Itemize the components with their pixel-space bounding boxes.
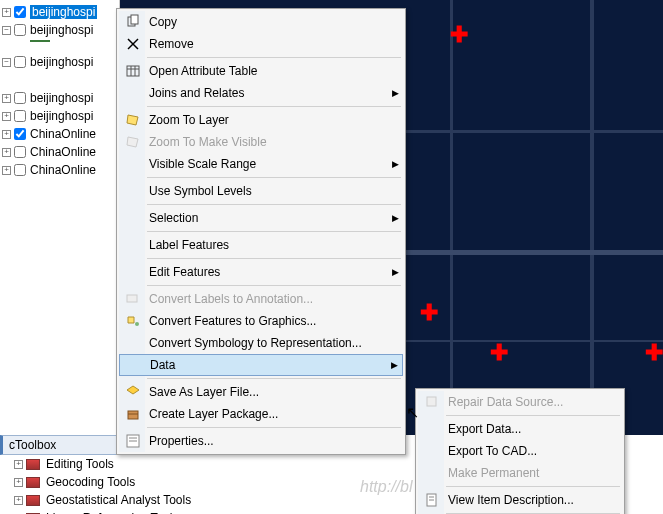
svg-marker-9 — [127, 137, 138, 147]
layer-checkbox[interactable] — [14, 6, 26, 18]
toolbox-label: Geocoding Tools — [46, 475, 135, 489]
expand-icon[interactable]: − — [2, 26, 11, 35]
expand-icon[interactable]: + — [14, 460, 23, 469]
menu-separator — [147, 204, 401, 205]
layer-checkbox[interactable] — [14, 24, 26, 36]
repair-icon — [420, 392, 444, 412]
menu-label: View Item Description... — [444, 493, 622, 507]
menu-selection[interactable]: Selection▶ — [119, 207, 403, 229]
layer-checkbox[interactable] — [14, 164, 26, 176]
layer-row[interactable]: +beijinghospi — [0, 4, 119, 20]
toolbox-item[interactable]: +Geocoding Tools — [0, 473, 300, 491]
menu-export-to-cad[interactable]: Export To CAD... — [418, 440, 622, 462]
menu-visible-scale-range[interactable]: Visible Scale Range▶ — [119, 153, 403, 175]
menu-create-layer-package[interactable]: Create Layer Package... — [119, 403, 403, 425]
toolbox-item[interactable]: +Geostatistical Analyst Tools — [0, 491, 300, 509]
expand-icon[interactable]: + — [2, 166, 11, 175]
menu-separator — [147, 57, 401, 58]
blank-icon — [121, 83, 145, 103]
layer-checkbox[interactable] — [14, 56, 26, 68]
menu-edit-features[interactable]: Edit Features▶ — [119, 261, 403, 283]
menu-convert-features[interactable]: Convert Features to Graphics... — [119, 310, 403, 332]
blank-icon — [122, 355, 146, 375]
menu-export-data[interactable]: Export Data... — [418, 418, 622, 440]
table-icon — [121, 61, 145, 81]
toolbox-label: Geostatistical Analyst Tools — [46, 493, 191, 507]
expand-icon[interactable]: + — [2, 130, 11, 139]
menu-open-attribute-table[interactable]: Open Attribute Table — [119, 60, 403, 82]
menu-remove[interactable]: Remove — [119, 33, 403, 55]
menu-separator — [147, 258, 401, 259]
layer-label[interactable]: ChinaOnline — [30, 163, 96, 177]
layer-row[interactable]: +ChinaOnline — [0, 162, 119, 178]
menu-save-as-layer[interactable]: Save As Layer File... — [119, 381, 403, 403]
layer-label[interactable]: beijinghospi — [30, 5, 97, 19]
convert-labels-icon — [121, 289, 145, 309]
menu-label-features[interactable]: Label Features — [119, 234, 403, 256]
expand-icon[interactable]: + — [2, 8, 11, 17]
layer-row[interactable]: −beijinghospi — [0, 54, 119, 70]
submenu-arrow-icon: ▶ — [387, 88, 403, 98]
layer-row[interactable]: +beijinghospi — [0, 90, 119, 106]
toolbox-item[interactable]: +Editing Tools — [0, 455, 300, 473]
menu-separator — [446, 486, 620, 487]
layer-row[interactable]: +ChinaOnline — [0, 144, 119, 160]
menu-label: Selection — [145, 211, 387, 225]
layer-row[interactable]: +beijinghospi — [0, 108, 119, 124]
layer-symbol — [30, 40, 50, 42]
menu-label: Save As Layer File... — [145, 385, 403, 399]
menu-label: Export Data... — [444, 422, 622, 436]
menu-convert-labels: Convert Labels to Annotation... — [119, 288, 403, 310]
data-submenu: Repair Data Source... Export Data... Exp… — [415, 388, 625, 514]
blank-icon — [121, 208, 145, 228]
expand-icon[interactable]: + — [14, 496, 23, 505]
expand-icon[interactable]: + — [2, 148, 11, 157]
menu-label: Joins and Relates — [145, 86, 387, 100]
layer-label[interactable]: beijinghospi — [30, 23, 93, 37]
layer-label[interactable]: ChinaOnline — [30, 145, 96, 159]
menu-label: Zoom To Layer — [145, 113, 403, 127]
menu-label: Use Symbol Levels — [145, 184, 403, 198]
layer-label[interactable]: beijinghospi — [30, 109, 93, 123]
menu-data[interactable]: Data▶ — [119, 354, 403, 376]
toolbox-label: Editing Tools — [46, 457, 114, 471]
menu-label: Data — [146, 358, 386, 372]
package-icon — [121, 404, 145, 424]
blank-icon — [121, 154, 145, 174]
menu-label: Convert Features to Graphics... — [145, 314, 403, 328]
layer-row[interactable]: +ChinaOnline — [0, 126, 119, 142]
hospital-marker-icon: ✚ — [490, 340, 508, 366]
svg-marker-8 — [127, 115, 138, 125]
blank-icon — [420, 419, 444, 439]
layer-label[interactable]: beijinghospi — [30, 91, 93, 105]
copy-icon — [121, 12, 145, 32]
svg-rect-1 — [131, 15, 138, 24]
submenu-arrow-icon: ▶ — [387, 213, 403, 223]
convert-features-icon — [121, 311, 145, 331]
layer-checkbox[interactable] — [14, 128, 26, 140]
menu-zoom-to-layer[interactable]: Zoom To Layer — [119, 109, 403, 131]
menu-use-symbol-levels[interactable]: Use Symbol Levels — [119, 180, 403, 202]
menu-view-item-description[interactable]: View Item Description... — [418, 489, 622, 511]
menu-copy[interactable]: Copy — [119, 11, 403, 33]
expand-icon[interactable]: + — [14, 478, 23, 487]
menu-label: Properties... — [145, 434, 403, 448]
menu-convert-symbology[interactable]: Convert Symbology to Representation... — [119, 332, 403, 354]
layer-checkbox[interactable] — [14, 110, 26, 122]
layer-row[interactable]: −beijinghospi — [0, 22, 119, 38]
menu-joins-relates[interactable]: Joins and Relates▶ — [119, 82, 403, 104]
svg-rect-4 — [127, 66, 139, 76]
layers-panel: +beijinghospi −beijinghospi −beijinghosp… — [0, 0, 120, 435]
menu-label: Copy — [145, 15, 403, 29]
menu-properties[interactable]: Properties... — [119, 430, 403, 452]
layer-checkbox[interactable] — [14, 92, 26, 104]
expand-icon[interactable]: + — [2, 94, 11, 103]
expand-icon[interactable]: − — [2, 58, 11, 67]
expand-icon[interactable]: + — [2, 112, 11, 121]
svg-point-12 — [135, 322, 139, 326]
layer-label[interactable]: beijinghospi — [30, 55, 93, 69]
layer-label[interactable]: ChinaOnline — [30, 127, 96, 141]
layer-context-menu: Copy Remove Open Attribute Table Joins a… — [116, 8, 406, 455]
toolbox-item[interactable]: +Linear Referencing Tools — [0, 509, 300, 514]
layer-checkbox[interactable] — [14, 146, 26, 158]
